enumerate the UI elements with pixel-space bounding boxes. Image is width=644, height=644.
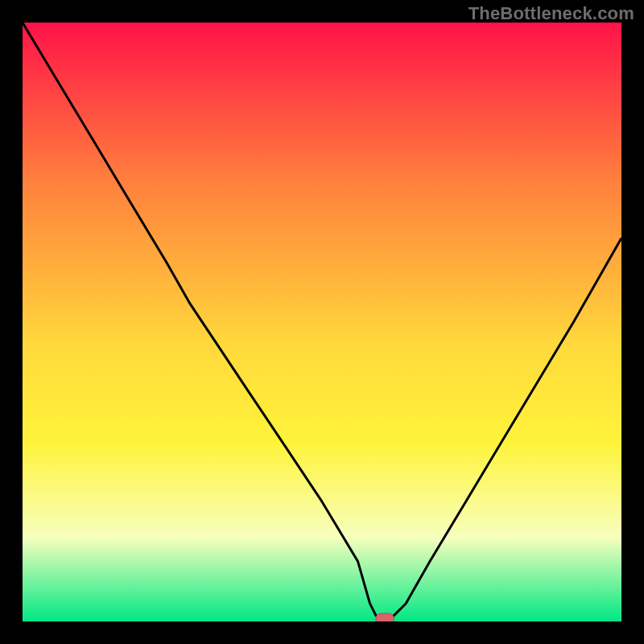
chart-frame: TheBottleneck.com	[0, 0, 644, 644]
watermark-text: TheBottleneck.com	[469, 3, 634, 24]
marker-rect	[376, 613, 394, 621]
plot-area	[23, 23, 621, 621]
optimal-marker	[23, 23, 621, 621]
